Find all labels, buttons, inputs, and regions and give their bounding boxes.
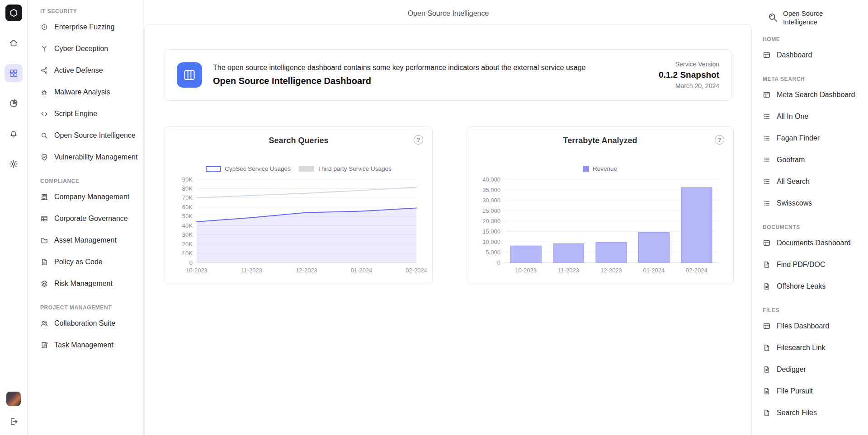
- item-label: Malware Analysis: [54, 88, 110, 96]
- item-label: Policy as Code: [54, 258, 103, 266]
- item-label: Asset Management: [54, 236, 117, 244]
- item-label: Cyber Deception: [54, 45, 108, 53]
- osint-logo-icon: [767, 12, 779, 23]
- svg-text:35,000: 35,000: [482, 187, 500, 193]
- rail-bell-button[interactable]: [5, 125, 23, 143]
- item-label: Swisscows: [777, 199, 812, 207]
- item-label: Offshore Leaks: [777, 282, 826, 290]
- rail-home-button[interactable]: [5, 34, 23, 52]
- legend-swatch: [583, 166, 589, 172]
- chart-legend: Revenue: [467, 165, 733, 172]
- sidebar-item-active-defense[interactable]: Active Defense: [40, 60, 143, 81]
- rightbar-item-file-pursuit[interactable]: File Pursuit: [763, 380, 868, 402]
- legend-swatch: [299, 166, 314, 172]
- home-icon: [9, 38, 19, 48]
- svg-text:50K: 50K: [182, 213, 192, 220]
- logout-button[interactable]: [5, 412, 23, 430]
- users-icon: [40, 319, 48, 327]
- rightbar-item-find-pdf-doc[interactable]: Find PDF/DOC: [763, 254, 868, 276]
- svg-text:10-2023: 10-2023: [515, 267, 537, 274]
- sidebar-item-risk-management[interactable]: Risk Management: [40, 273, 143, 295]
- rightbar-item-all-in-one[interactable]: All In One: [763, 106, 868, 127]
- brand-line-2: Intelligence: [783, 18, 817, 26]
- legend-item-cypsec-service-usages[interactable]: CypSec Service Usages: [206, 165, 291, 172]
- sidebar-item-malware-analysis[interactable]: Malware Analysis: [40, 81, 143, 103]
- svg-text:11-2023: 11-2023: [241, 267, 262, 274]
- sidebar-item-vulnerability-management[interactable]: Vulnerability Management: [40, 146, 143, 168]
- svg-text:15,000: 15,000: [482, 228, 500, 235]
- rightbar-item-swisscows[interactable]: Swisscows: [763, 192, 868, 214]
- grid2-icon: [763, 322, 771, 330]
- sidebar-item-asset-management[interactable]: Asset Management: [40, 229, 143, 251]
- rightbar-item-all-search[interactable]: All Search: [763, 171, 868, 192]
- sidebar-section-project-management: PROJECT MANAGEMENT: [40, 304, 143, 311]
- info-banner: The open source intelligence dashboard c…: [165, 49, 731, 101]
- rightbar-item-goofram[interactable]: Goofram: [763, 149, 868, 171]
- banner-description: The open source intelligence dashboard c…: [213, 64, 585, 72]
- item-label: Search Files: [777, 409, 817, 417]
- sidebar-item-open-source-intelligence[interactable]: Open Source Intelligence: [40, 125, 143, 146]
- rightbar-item-documents-dashboard[interactable]: Documents Dashboard: [763, 232, 868, 254]
- rightbar-item-filesearch-link[interactable]: Filesearch Link: [763, 337, 868, 359]
- item-label: Script Engine: [54, 110, 97, 118]
- item-label: Goofram: [777, 156, 805, 164]
- doc-icon: [763, 409, 771, 417]
- item-label: Task Management: [54, 341, 113, 349]
- user-avatar[interactable]: [6, 392, 21, 406]
- legend-item-third-party-service-usages[interactable]: Third party Service Usages: [299, 165, 392, 172]
- doc-icon: [763, 344, 771, 352]
- item-label: Collaboration Suite: [54, 319, 115, 327]
- item-label: Meta Search Dashboard: [777, 91, 855, 99]
- svg-text:01-2024: 01-2024: [350, 267, 372, 274]
- svg-text:80K: 80K: [182, 185, 192, 192]
- sidebar-item-policy-as-code[interactable]: Policy as Code: [40, 251, 143, 273]
- sidebar-item-task-management[interactable]: Task Management: [40, 334, 143, 356]
- table-icon: [40, 215, 48, 223]
- rightbar-item-fagan-finder[interactable]: Fagan Finder: [763, 127, 868, 149]
- help-icon[interactable]: ?: [715, 135, 724, 145]
- rightbar-item-offshore-leaks[interactable]: Offshore Leaks: [763, 276, 868, 297]
- bug-icon: [40, 88, 48, 96]
- sidebar-item-collaboration-suite[interactable]: Collaboration Suite: [40, 313, 143, 334]
- item-label: Dedigger: [777, 365, 806, 374]
- rightbar-item-dashboard[interactable]: Dashboard: [763, 44, 868, 66]
- rightbar-section-files: FILES: [763, 307, 868, 313]
- item-label: Fagan Finder: [777, 134, 820, 142]
- legend-label: CypSec Service Usages: [225, 165, 291, 172]
- sidebar-item-script-engine[interactable]: Script Engine: [40, 103, 143, 125]
- rightbar-item-meta-search-dashboard[interactable]: Meta Search Dashboard: [763, 84, 868, 106]
- terrabyte-analyzed-card: Terrabyte Analyzed ? Revenue 05,00010,00…: [467, 126, 734, 284]
- svg-text:10,000: 10,000: [482, 239, 500, 245]
- rightbar-item-files-dashboard[interactable]: Files Dashboard: [763, 315, 868, 337]
- item-label: All In One: [777, 112, 808, 121]
- sidebar-item-company-management[interactable]: Company Management: [40, 186, 143, 208]
- item-label: Dashboard: [777, 51, 812, 59]
- rightbar-item-search-files[interactable]: Search Files: [763, 402, 868, 424]
- sidebar-item-cyber-deception[interactable]: Cyber Deception: [40, 38, 143, 60]
- sidebar-item-enterprise-fuzzing[interactable]: Enterprise Fuzzing: [40, 16, 143, 38]
- pie-icon: [9, 98, 19, 108]
- grid2-icon: [763, 239, 771, 247]
- legend-item-revenue[interactable]: Revenue: [583, 165, 617, 172]
- brand-line-1: Open Source: [783, 9, 823, 17]
- rail-pie-button[interactable]: [5, 94, 23, 112]
- rail-grid-button[interactable]: [5, 64, 23, 82]
- item-label: Risk Management: [54, 280, 113, 288]
- app-logo-icon[interactable]: [5, 5, 22, 21]
- item-label: Filesearch Link: [777, 344, 826, 352]
- rightbar-section-meta-search: META SEARCH: [763, 76, 868, 82]
- sidebar-item-corporate-governance[interactable]: Corporate Governance: [40, 208, 143, 229]
- editdoc-icon: [40, 341, 48, 349]
- svg-text:5,000: 5,000: [486, 249, 500, 256]
- rail-gear-button[interactable]: [5, 155, 23, 173]
- rightbar-item-dedigger[interactable]: Dedigger: [763, 359, 868, 380]
- dashboard-banner-icon: [177, 62, 202, 88]
- item-label: Active Defense: [54, 66, 103, 75]
- svg-text:10K: 10K: [182, 250, 192, 257]
- doc-icon: [763, 365, 771, 374]
- svg-text:0: 0: [497, 259, 500, 266]
- legend-swatch: [206, 166, 221, 172]
- help-icon[interactable]: ?: [414, 135, 423, 145]
- logout-icon: [9, 417, 19, 426]
- search-icon: [40, 131, 48, 140]
